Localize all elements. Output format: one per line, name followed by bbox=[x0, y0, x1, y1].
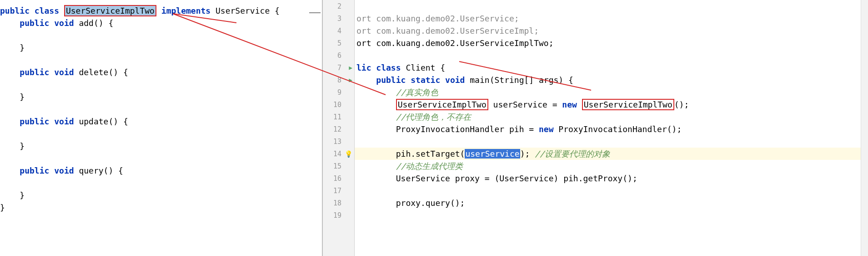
code-line[interactable] bbox=[0, 152, 322, 164]
line-number: 2 bbox=[337, 2, 341, 10]
line-number: 10 bbox=[333, 101, 341, 109]
code-line[interactable]: public void query () { bbox=[0, 164, 322, 177]
code-line[interactable]: UserServiceImplTwo userService = new Use… bbox=[355, 98, 861, 111]
code-line[interactable]: } bbox=[0, 91, 322, 103]
code-line[interactable] bbox=[0, 78, 322, 91]
code-line[interactable] bbox=[355, 135, 861, 148]
code-text: UserService proxy = (UserService) pih.ge… bbox=[396, 174, 637, 183]
line-number: 9 bbox=[337, 88, 341, 97]
code-line[interactable]: public static void main (String[] args) … bbox=[355, 74, 861, 86]
code-line[interactable] bbox=[355, 209, 861, 221]
right-editor-pane[interactable]: 2 3 4 5 6 7▶ 8▶ 9 10 11 12 13 14💡 15 16 … bbox=[323, 0, 868, 256]
code-line[interactable]: } bbox=[0, 189, 322, 201]
method-name: query bbox=[79, 166, 103, 175]
import-path: com.kuang.demo02.UserService bbox=[376, 14, 514, 23]
comment: //真实角色 bbox=[396, 87, 439, 98]
line-number: 11 bbox=[333, 113, 341, 121]
keyword-public: public bbox=[0, 6, 35, 15]
comment: //动态生成代理类 bbox=[396, 161, 463, 172]
line-number: 18 bbox=[333, 199, 341, 207]
comment: //代理角色，不存在 bbox=[396, 112, 472, 123]
line-number: 6 bbox=[337, 51, 341, 60]
import-path: com.kuang.demo02.UserServiceImpl bbox=[376, 26, 534, 36]
code-line[interactable] bbox=[355, 49, 861, 61]
code-line[interactable]: UserService proxy = (UserService) pih.ge… bbox=[355, 172, 861, 184]
line-number: 8 bbox=[337, 76, 341, 84]
code-line[interactable] bbox=[0, 177, 322, 189]
keyword-implements: implements bbox=[156, 6, 216, 15]
keyword-class: class bbox=[35, 6, 64, 15]
method-name: update bbox=[79, 117, 108, 126]
line-number: 16 bbox=[333, 174, 341, 183]
code-line[interactable]: ort com.kuang.demo02.UserServiceImpl ; bbox=[355, 25, 861, 37]
run-icon[interactable]: ▶ bbox=[349, 64, 352, 71]
code-line-current[interactable]: pih.setTarget( userService ); //设置要代理的对象 bbox=[355, 148, 861, 160]
brace: { bbox=[275, 6, 280, 15]
line-number: 13 bbox=[333, 138, 341, 146]
left-editor-pane[interactable]: public class UserServiceImplTwo implemen… bbox=[0, 0, 322, 256]
line-number: 17 bbox=[333, 187, 341, 195]
method-name: delete bbox=[79, 67, 108, 77]
code-line[interactable]: public void delete () { bbox=[0, 66, 322, 78]
class-name: Client bbox=[406, 63, 440, 72]
line-number: 14 bbox=[333, 150, 341, 158]
code-line[interactable]: ort com.kuang.demo02.UserService ; bbox=[355, 12, 861, 25]
code-line[interactable]: public void update () { bbox=[0, 115, 322, 128]
method-name: add bbox=[79, 18, 94, 28]
code-line[interactable] bbox=[0, 29, 322, 41]
code-line[interactable]: public void add () { bbox=[0, 17, 322, 29]
import-path: com.kuang.demo02.UserServiceImplTwo bbox=[376, 38, 548, 48]
code-line[interactable]: } bbox=[0, 140, 322, 152]
code-line[interactable] bbox=[355, 184, 861, 197]
line-number: 7 bbox=[337, 64, 341, 72]
code-line[interactable]: ProxyInvocationHandler pih = new ProxyIn… bbox=[355, 123, 861, 135]
lightbulb-icon[interactable]: 💡 bbox=[345, 150, 352, 158]
keyword-void: void bbox=[54, 18, 79, 28]
comment: //设置要代理的对象 bbox=[535, 148, 610, 159]
code-line[interactable] bbox=[0, 103, 322, 115]
code-line[interactable]: public class UserServiceImplTwo implemen… bbox=[0, 5, 322, 17]
run-icon[interactable]: ▶ bbox=[349, 77, 352, 83]
line-number: 5 bbox=[337, 39, 341, 47]
code-line[interactable]: } bbox=[0, 41, 322, 54]
line-number: 12 bbox=[333, 125, 341, 133]
type-name-boxed: UserServiceImplTwo bbox=[396, 99, 488, 110]
code-line[interactable]: } bbox=[0, 201, 322, 214]
vertical-scrollbar[interactable] bbox=[861, 0, 868, 256]
line-gutter: 2 3 4 5 6 7▶ 8▶ 9 10 11 12 13 14💡 15 16 … bbox=[323, 0, 355, 256]
right-code-area[interactable]: ort com.kuang.demo02.UserService ; ort c… bbox=[355, 0, 861, 256]
code-line[interactable]: //代理角色，不存在 bbox=[355, 111, 861, 123]
keyword-public: public bbox=[20, 18, 54, 28]
code-line[interactable]: proxy.query(); bbox=[355, 197, 861, 209]
constructor-boxed: UserServiceImplTwo bbox=[582, 99, 674, 110]
code-line[interactable] bbox=[0, 54, 322, 66]
line-number: 15 bbox=[333, 162, 341, 170]
code-line[interactable]: ort com.kuang.demo02.UserServiceImplTwo … bbox=[355, 37, 861, 49]
interface-name: UserService bbox=[216, 6, 275, 15]
code-text: proxy.query(); bbox=[396, 198, 465, 208]
selected-argument[interactable]: userService bbox=[465, 149, 520, 159]
code-line[interactable] bbox=[355, 0, 861, 12]
code-line[interactable]: lic class Client { bbox=[355, 61, 861, 74]
code-line[interactable]: //动态生成代理类 bbox=[355, 160, 861, 172]
code-line[interactable]: //真实角色 bbox=[355, 86, 861, 98]
line-number: 4 bbox=[337, 27, 341, 35]
line-number: 3 bbox=[337, 15, 341, 23]
class-name-selected[interactable]: UserServiceImplTwo bbox=[64, 5, 156, 16]
method-main: main bbox=[470, 75, 489, 85]
code-line[interactable] bbox=[0, 128, 322, 140]
line-number: 19 bbox=[333, 211, 341, 220]
